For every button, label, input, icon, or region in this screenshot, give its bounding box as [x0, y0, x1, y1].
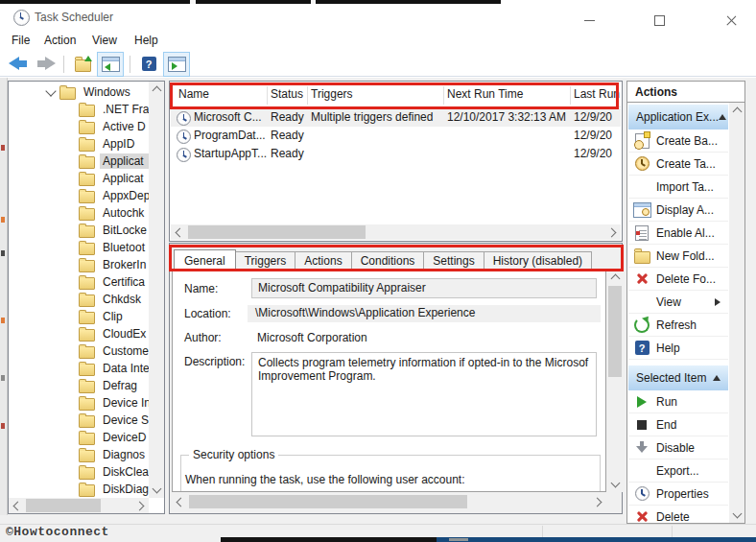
actions-vertical-scrollbar[interactable]	[729, 103, 744, 523]
scroll-down-icon[interactable]	[607, 477, 623, 492]
tree-item[interactable]: BrokerIn	[79, 256, 149, 273]
tab-history[interactable]: History (disabled)	[484, 251, 592, 271]
action-view[interactable]: View	[628, 291, 728, 314]
action-export[interactable]: Export...	[628, 460, 728, 483]
scroll-down-icon[interactable]	[149, 483, 164, 498]
chevron-down-icon[interactable]	[45, 85, 56, 96]
details-horizontal-scrollbar[interactable]	[172, 494, 606, 509]
action-create-basic-task[interactable]: Create Ba...	[628, 130, 728, 153]
scroll-left-icon[interactable]	[172, 494, 187, 509]
action-enable-all-tasks-history[interactable]: Enable Al...	[628, 222, 728, 245]
scrollbar-thumb[interactable]	[188, 225, 366, 239]
tree-item-label: AppID	[100, 136, 137, 152]
tree-item[interactable]: DeviceD	[79, 429, 149, 446]
tree-item[interactable]: DiskDiag	[79, 481, 149, 498]
action-group-application-experience[interactable]: Application Ex...	[628, 105, 728, 130]
tree-item[interactable]: Autochk	[79, 204, 147, 222]
scroll-up-icon[interactable]	[729, 103, 744, 118]
tree-item[interactable]: .NET Fra	[79, 101, 149, 118]
tree-item[interactable]: AppID	[79, 135, 137, 153]
tree-horizontal-scrollbar[interactable]	[9, 498, 149, 513]
column-header-name[interactable]: Name	[178, 87, 209, 101]
task-list-horizontal-scrollbar[interactable]	[171, 224, 621, 240]
tree-item[interactable]: Device S	[79, 412, 149, 429]
console-tree-toggle-button[interactable]	[97, 52, 124, 77]
scroll-right-icon[interactable]	[605, 224, 621, 240]
action-delete-folder[interactable]: Delete Fo...	[628, 268, 728, 291]
collapse-icon[interactable]	[713, 375, 721, 381]
column-header-next-run[interactable]: Next Run Time	[447, 87, 523, 101]
scroll-left-icon[interactable]	[9, 498, 24, 513]
scrollbar-thumb[interactable]	[608, 286, 622, 377]
forward-button[interactable]	[33, 53, 58, 76]
action-end[interactable]: End	[628, 413, 728, 436]
details-vertical-scrollbar[interactable]	[607, 270, 623, 492]
close-button[interactable]	[716, 8, 746, 34]
tab-general[interactable]: General	[174, 249, 236, 271]
action-pane-toggle-button[interactable]	[163, 52, 190, 77]
tree-item[interactable]: CloudEx	[79, 325, 149, 342]
menu-action[interactable]: Action	[44, 34, 76, 47]
column-separator[interactable]	[307, 86, 308, 105]
action-group-selected-item[interactable]: Selected Item	[628, 365, 728, 390]
action-display-all-running-tasks[interactable]: Display A...	[628, 199, 728, 222]
back-button[interactable]	[6, 53, 31, 76]
scroll-right-icon[interactable]	[133, 498, 149, 513]
scroll-up-icon[interactable]	[149, 82, 164, 97]
tab-actions[interactable]: Actions	[295, 251, 351, 271]
minimize-button[interactable]	[574, 8, 604, 34]
column-header-triggers[interactable]: Triggers	[311, 87, 353, 101]
tree-item[interactable]: Certifica	[79, 273, 148, 291]
tree-item-selected[interactable]: Applicat	[79, 153, 149, 170]
tree-item-label: Bluetoot	[100, 240, 148, 255]
scrollbar-thumb[interactable]	[189, 495, 467, 508]
task-row-microsoft-compatibility[interactable]: Microsoft C... Ready Multiple triggers d…	[171, 108, 621, 127]
scroll-right-icon[interactable]	[591, 494, 606, 509]
scroll-down-icon[interactable]	[729, 507, 744, 523]
tab-settings[interactable]: Settings	[423, 251, 484, 271]
scrollbar-thumb[interactable]	[26, 499, 101, 512]
menu-view[interactable]: View	[92, 34, 117, 47]
action-run[interactable]: Run	[628, 390, 728, 413]
tree-item[interactable]: DiskClea	[79, 463, 149, 481]
tree-item[interactable]: Chkdsk	[79, 291, 144, 308]
tree-vertical-scrollbar[interactable]	[149, 82, 164, 498]
action-new-folder[interactable]: New Fold...	[628, 245, 728, 268]
tab-triggers[interactable]: Triggers	[235, 251, 296, 271]
menu-help[interactable]: Help	[134, 34, 158, 47]
action-create-task[interactable]: Create Ta...	[628, 153, 728, 176]
tree-item[interactable]: Device In	[79, 394, 149, 412]
tree-item[interactable]: Defrag	[79, 377, 140, 394]
task-row-startupapptask[interactable]: StartupAppT... Ready 12/9/20	[171, 145, 621, 163]
action-help[interactable]: ?Help	[628, 337, 728, 360]
action-refresh[interactable]: Refresh	[628, 314, 728, 337]
scroll-up-icon[interactable]	[607, 270, 623, 285]
tree-item[interactable]: Diagnos	[79, 446, 148, 463]
tab-conditions[interactable]: Conditions	[351, 251, 425, 271]
action-delete[interactable]: Delete	[628, 506, 728, 524]
tree-item-windows[interactable]: Windows	[47, 83, 133, 101]
tree-item[interactable]: Data Inte	[79, 360, 149, 377]
column-separator[interactable]	[443, 86, 444, 105]
collapse-icon[interactable]	[719, 114, 726, 120]
column-separator[interactable]	[570, 86, 571, 105]
tree-item[interactable]: Bluetoot	[79, 239, 148, 256]
tree-item[interactable]: BitLocke	[79, 222, 149, 239]
action-import-task[interactable]: Import Ta...	[628, 176, 728, 199]
menu-file[interactable]: File	[12, 34, 30, 47]
up-one-level-button[interactable]	[70, 53, 95, 76]
tree-item[interactable]: Active D	[79, 118, 149, 135]
task-row-programdata[interactable]: ProgramDat... Ready 12/9/20	[171, 127, 621, 145]
column-separator[interactable]	[267, 86, 268, 105]
column-header-last-run[interactable]: Last Run	[574, 87, 620, 101]
action-disable[interactable]: Disable	[628, 436, 728, 460]
column-header-status[interactable]: Status	[271, 87, 303, 101]
tree-item[interactable]: Custome	[79, 342, 149, 360]
tree-item[interactable]: Applicat	[79, 170, 147, 187]
tree-item[interactable]: Clip	[79, 308, 126, 325]
tree-item[interactable]: AppxDep	[79, 187, 149, 204]
scroll-left-icon[interactable]	[171, 224, 186, 240]
help-button[interactable]: ?	[136, 53, 161, 76]
maximize-button[interactable]	[644, 8, 674, 34]
action-properties[interactable]: Properties	[628, 483, 728, 506]
